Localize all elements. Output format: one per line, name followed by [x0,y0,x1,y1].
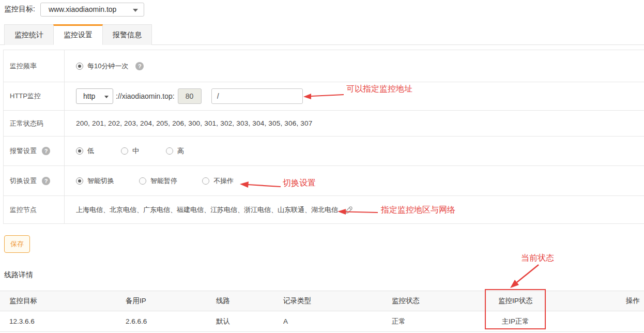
radio-icon[interactable] [166,147,173,155]
settings-form: 监控频率 每10分钟一次 HTTP监控 http ://xiaodiaomin.… [3,50,644,224]
cell-monitor-target: 12.3.6.6 [0,311,116,332]
monitor-nodes-label: 监控节点 [4,196,65,223]
col-monitor-status: 监控状态 [382,291,485,311]
radio-icon[interactable] [76,63,83,70]
row-frequency: 监控频率 每10分钟一次 [4,50,644,82]
status-codes-label: 正常状态码 [4,111,65,136]
http-monitor-label: HTTP监控 [4,82,65,110]
col-record-type: 记录类型 [274,291,382,311]
cell-monitor-status: 正常 [382,311,485,332]
cell-line: 默认 [207,311,274,332]
cell-backup-ip: 2.6.6.6 [116,311,207,332]
row-status-codes: 正常状态码 200, 201, 202, 203, 204, 205, 206,… [4,111,644,137]
line-detail-table: 监控目标 备用IP 线路 记录类型 监控状态 监控IP状态 操作 12.3.6.… [0,291,644,332]
alarm-radio-low[interactable]: 低 [76,146,94,156]
tab-bar: 监控统计 监控设置 报警信息 [0,24,644,45]
monitor-target-value: www.xiaodiaomin.top [49,5,117,13]
monitor-target-label: 监控目标: [4,5,35,14]
tab-monitor-settings[interactable]: 监控设置 [53,24,103,45]
help-icon[interactable] [42,147,50,155]
help-icon[interactable] [135,62,144,70]
col-backup-ip: 备用IP [116,291,207,311]
frequency-radio-10min[interactable]: 每10分钟一次 [76,62,128,71]
row-monitor-nodes: 监控节点 上海电信、北京电信、广东电信、福建电信、江苏电信、浙江电信、山东联通、… [4,196,644,223]
row-switch-setting: 切换设置 智能切换 智能暂停 不操作 [4,166,644,196]
help-icon[interactable] [42,177,50,185]
radio-icon[interactable] [121,147,128,155]
monitor-target-select[interactable]: www.xiaodiaomin.top [40,3,144,17]
cell-record-type: A [274,311,382,332]
radio-icon[interactable] [139,177,146,185]
alarm-radio-medium[interactable]: 中 [121,146,139,156]
switch-setting-label: 切换设置 [4,166,65,195]
col-line: 线路 [207,291,274,311]
topbar: 监控目标: www.xiaodiaomin.top [0,0,644,17]
col-action: 操作 [546,291,644,311]
save-button[interactable]: 保存 [4,235,30,253]
alarm-radio-high[interactable]: 高 [166,146,184,156]
table-row: 12.3.6.6 2.6.6.6 默认 A 正常 主IP正常 [0,311,644,332]
col-monitor-target: 监控目标 [0,291,116,311]
switch-radio-smart-switch[interactable]: 智能切换 [76,176,114,186]
col-monitor-ip-status: 监控IP状态 [485,291,546,311]
monitor-settings-page: 监控目标: www.xiaodiaomin.top 监控统计 监控设置 报警信息… [0,0,644,333]
status-codes-value: 200, 201, 202, 203, 204, 205, 206, 300, … [76,119,312,127]
radio-icon[interactable] [76,177,83,185]
line-detail-title: 线路详情 [4,270,644,280]
row-http-monitor: HTTP监控 http ://xiaodiaomin.top: [4,82,644,111]
radio-icon[interactable] [202,177,209,185]
switch-radio-no-action[interactable]: 不操作 [202,176,234,186]
cell-action [546,311,644,332]
cell-ip-status: 主IP正常 [485,311,546,332]
annotation-status-hint: 当前状态 [521,253,554,264]
tab-monitor-stats[interactable]: 监控统计 [4,24,54,45]
host-suffix-text: ://xiaodiaomin.top: [116,92,175,100]
pencil-icon[interactable] [344,205,354,215]
protocol-select[interactable]: http [76,88,113,104]
chevron-down-icon [133,9,138,12]
chevron-down-icon [104,96,109,98]
switch-radio-smart-pause[interactable]: 智能暂停 [139,176,177,186]
path-input[interactable] [211,88,303,104]
tab-alarm-info[interactable]: 报警信息 [102,24,152,45]
radio-icon[interactable] [76,147,83,155]
row-alarm-setting: 报警设置 低 中 高 [4,137,644,166]
table-header-row: 监控目标 备用IP 线路 记录类型 监控状态 监控IP状态 操作 [0,291,644,311]
port-input [178,88,202,104]
alarm-setting-label: 报警设置 [4,137,65,165]
monitor-nodes-value: 上海电信、北京电信、广东电信、福建电信、江苏电信、浙江电信、山东联通、湖北电信 [76,205,338,215]
frequency-label: 监控频率 [4,50,65,82]
